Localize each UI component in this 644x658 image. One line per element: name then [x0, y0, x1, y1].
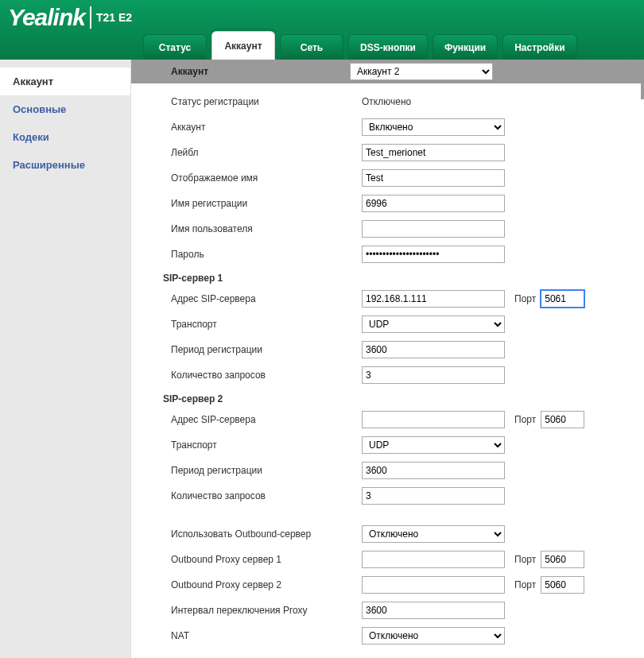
- username-input[interactable]: [362, 220, 505, 238]
- sidebar-item-account[interactable]: Аккаунт: [0, 68, 130, 95]
- sip2-addr-input[interactable]: [362, 411, 505, 428]
- model-name: T21 E2: [96, 11, 132, 24]
- tab-dss[interactable]: DSS-кнопки: [348, 34, 428, 60]
- sip2-transport-label: Транспорт: [171, 439, 362, 451]
- content-panel: Аккаунт Аккаунт 2 Статус регистрации Отк…: [131, 60, 644, 658]
- register-name-label: Имя регистрации: [171, 198, 362, 209]
- sip1-port-label: Порт: [514, 293, 536, 304]
- tab-settings[interactable]: Настройки: [502, 34, 576, 60]
- register-name-input[interactable]: [362, 195, 505, 212]
- proxy-interval-input[interactable]: [362, 602, 505, 619]
- account-enable-select[interactable]: Включено: [362, 118, 505, 136]
- reg-status-value: Отключено: [362, 96, 411, 107]
- reg-status-label: Статус регистрации: [171, 96, 362, 107]
- tab-status[interactable]: Статус: [143, 34, 207, 60]
- sip2-regperiod-input[interactable]: [362, 462, 505, 479]
- body-area: Аккаунт Основные Кодеки Расширенные Акка…: [0, 60, 644, 658]
- display-name-input[interactable]: [362, 169, 505, 187]
- outbound-proxy1-port-label: Порт: [514, 554, 536, 565]
- outbound-proxy2-port-input[interactable]: [541, 576, 584, 594]
- nat-label: NAT: [171, 630, 362, 641]
- outbound-select[interactable]: Отключено: [362, 525, 505, 543]
- sip2-port-label: Порт: [514, 414, 536, 425]
- nat-select[interactable]: Отключено: [362, 627, 505, 644]
- sip1-port-input[interactable]: [541, 290, 584, 308]
- outbound-proxy2-label: Outbound Proxy сервер 2: [171, 579, 362, 590]
- sip1-retries-label: Количество запросов: [171, 370, 362, 381]
- sidebar-item-codecs[interactable]: Кодеки: [0, 123, 130, 151]
- tab-network[interactable]: Сеть: [280, 34, 343, 60]
- sip1-retries-input[interactable]: [362, 366, 505, 384]
- outbound-proxy1-port-input[interactable]: [541, 551, 584, 568]
- sip1-regperiod-label: Период регистрации: [171, 344, 362, 355]
- sip2-retries-input[interactable]: [362, 487, 505, 505]
- outbound-proxy2-port-label: Порт: [514, 579, 536, 590]
- sip2-transport-select[interactable]: UDP: [362, 436, 505, 454]
- outbound-proxy1-label: Outbound Proxy сервер 1: [171, 554, 362, 565]
- sip2-addr-label: Адрес SIP-сервера: [171, 414, 362, 425]
- sip2-port-input[interactable]: [541, 411, 584, 428]
- logo-divider: [90, 6, 91, 29]
- sidebar-item-advanced[interactable]: Расширенные: [0, 151, 130, 179]
- account-enable-label: Аккаунт: [171, 122, 362, 133]
- sip1-transport-label: Транспорт: [171, 319, 362, 330]
- account-header-row: Аккаунт Аккаунт 2: [131, 60, 644, 83]
- sip2-regperiod-label: Период регистрации: [171, 465, 362, 476]
- sip2-title: SIP-сервер 2: [163, 393, 644, 404]
- sip2-retries-label: Количество запросов: [171, 490, 362, 501]
- tab-features[interactable]: Функции: [433, 34, 498, 60]
- sip1-title: SIP-сервер 1: [163, 273, 644, 284]
- outbound-proxy2-input[interactable]: [362, 576, 505, 594]
- main-tabs: Статус Аккаунт Сеть DSS-кнопки Функции Н…: [143, 31, 577, 60]
- sip1-regperiod-input[interactable]: [362, 341, 505, 358]
- password-input[interactable]: [362, 246, 505, 263]
- sip1-addr-label: Адрес SIP-сервера: [171, 293, 362, 304]
- label-input[interactable]: [362, 144, 505, 161]
- outbound-label: Использовать Outbound-сервер: [171, 528, 362, 540]
- password-label: Пароль: [171, 249, 362, 260]
- proxy-interval-label: Интервал переключения Proxy: [171, 605, 362, 616]
- sip1-addr-input[interactable]: [362, 290, 505, 308]
- account-select[interactable]: Аккаунт 2: [350, 63, 493, 80]
- username-label: Имя пользователя: [171, 223, 362, 234]
- label-label: Лейбл: [171, 147, 362, 158]
- right-edge-decoration: [641, 75, 644, 99]
- top-header: Yealink T21 E2 Статус Аккаунт Сеть DSS-к…: [0, 0, 644, 60]
- brand-logo: Yealink: [8, 4, 85, 31]
- form-body: Статус регистрации Отключено Аккаунт Вкл…: [131, 83, 644, 658]
- logo-area: Yealink T21 E2: [8, 4, 132, 31]
- sip1-transport-select[interactable]: UDP: [362, 315, 505, 333]
- sidebar: Аккаунт Основные Кодеки Расширенные: [0, 60, 131, 658]
- display-name-label: Отображаемое имя: [171, 172, 362, 184]
- tab-account[interactable]: Аккаунт: [211, 31, 275, 60]
- account-header-label: Аккаунт: [171, 66, 350, 77]
- outbound-proxy1-input[interactable]: [362, 551, 505, 568]
- sidebar-item-basic[interactable]: Основные: [0, 95, 130, 123]
